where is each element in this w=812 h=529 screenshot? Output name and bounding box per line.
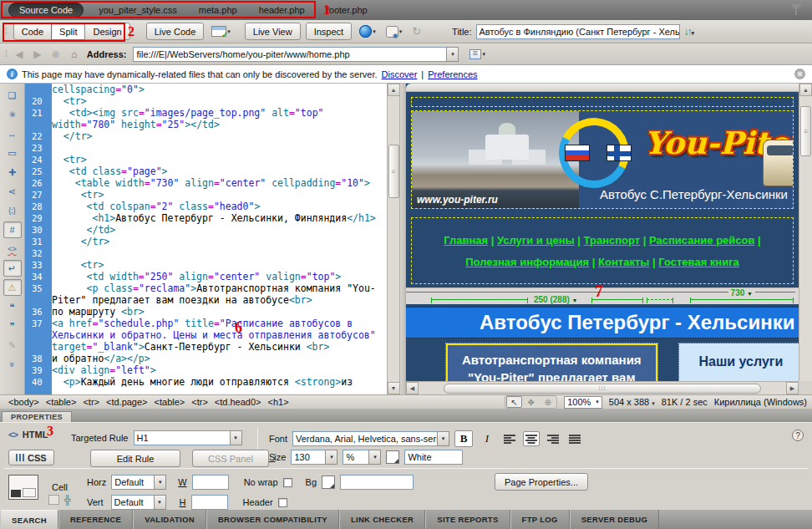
code-line[interactable]: 26 <table width="730" align="center" cel… [25, 177, 387, 189]
code-line[interactable]: 31 </tr> [25, 236, 387, 247]
collapse-toolbar-icon[interactable]: » [4, 355, 21, 374]
related-file-tab[interactable]: footer.php [327, 5, 368, 15]
code-line[interactable]: 21 <td><img src="images/page_top.png" al… [25, 107, 387, 130]
tag-path-item[interactable]: <table> [151, 397, 189, 407]
menu-link[interactable]: Транспорт [584, 234, 641, 247]
header-checkbox[interactable] [278, 498, 287, 507]
address-input[interactable]: file:///E|/WebServers/home/you-piter/www… [133, 47, 446, 62]
design-scroll-thumb[interactable]: ≡ [800, 106, 811, 156]
word-wrap-icon[interactable]: ↵ [3, 260, 22, 277]
code-text[interactable]: и обратно</a></p> [52, 353, 387, 364]
forward-icon[interactable]: ▶ [30, 48, 45, 60]
size-unit-select[interactable]: % [343, 450, 368, 465]
syntax-error-alerts-icon[interactable]: ⚠ [3, 279, 22, 296]
code-design-splitter[interactable] [399, 84, 406, 394]
code-line[interactable]: 27 <tr> [25, 189, 387, 201]
source-code-button[interactable]: Source Code [8, 3, 84, 18]
page-properties-button[interactable]: Page Properties... [495, 473, 588, 491]
menu-link[interactable]: Контакты [598, 256, 649, 268]
open-documents-icon[interactable]: ❏ [3, 87, 22, 104]
results-tab-link-checker[interactable]: LINK CHECKER [339, 510, 425, 529]
scroll-left-icon[interactable]: ◀ [406, 382, 419, 394]
code-text[interactable]: <td class="page"> [52, 165, 387, 177]
code-text[interactable]: <a href="schedule.php" title="Расписание… [52, 318, 387, 353]
align-justify-icon[interactable] [566, 431, 583, 446]
collapse-full-tag-icon[interactable]: ↔ [3, 125, 22, 142]
bg-color-swatch[interactable] [322, 476, 335, 489]
code-line[interactable]: cellspacing="0"> [25, 84, 387, 95]
view-options-icon[interactable]: ▾ [467, 46, 488, 63]
back-icon[interactable]: ◀ [12, 48, 27, 60]
code-line[interactable]: 39<div align="left"> [25, 364, 387, 376]
code-text[interactable]: <td width="250" align="center" valign="t… [52, 271, 387, 282]
code-navigator-icon[interactable]: ✳ [3, 106, 22, 123]
code-line[interactable]: 23 [25, 142, 387, 154]
text-color-swatch[interactable] [386, 450, 399, 464]
code-text[interactable]: </tr> [52, 236, 387, 247]
menu-link[interactable]: Расписание рейсов [649, 234, 754, 247]
code-view[interactable]: cellspacing="0">20 <tr>21 <td><img src="… [25, 84, 399, 394]
table-width-value[interactable]: 730 ▼ [728, 288, 755, 298]
select-tool-icon[interactable]: ↖ [506, 396, 522, 408]
close-info-bar-icon[interactable]: ✕ [794, 69, 805, 79]
text-color-input[interactable]: White [404, 450, 463, 465]
design-canvas[interactable]: You-Piter Автобус С.Петербург-Хельсинки … [406, 84, 799, 381]
results-tab-validation[interactable]: VALIDATION [133, 510, 206, 529]
live-code-button[interactable]: Live Code [146, 23, 205, 40]
services-box[interactable]: Наши услуги [679, 343, 799, 381]
help-icon[interactable]: ? [792, 430, 804, 441]
hand-tool-icon[interactable]: ✥ [523, 396, 539, 408]
font-select[interactable]: Verdana, Arial, Helvetica, sans-serif [292, 431, 437, 446]
code-scroll-thumb[interactable]: ≡ [388, 145, 399, 198]
expand-all-icon[interactable]: ✚ [3, 164, 22, 181]
code-line[interactable]: 40 <p>Каждый день многие люди отправляют… [25, 376, 387, 388]
home-icon[interactable]: ⌂ [67, 48, 82, 60]
code-line[interactable]: 37<a href="schedule.php" title="Расписан… [25, 318, 387, 353]
line-numbers-icon[interactable]: # [3, 221, 22, 238]
address-dropdown-icon[interactable]: ▾ [446, 47, 459, 62]
split-cell-icon[interactable]: ╬ [64, 495, 71, 505]
results-tab-site-reports[interactable]: SITE REPORTS [425, 510, 510, 529]
related-file-tab[interactable]: header.php [259, 5, 305, 15]
reclama-box[interactable]: Автотранспортная компания "You-Piter" пр… [446, 343, 657, 381]
related-file-tab[interactable]: meta.php [199, 5, 237, 15]
code-line[interactable]: 22 </tr> [25, 130, 387, 142]
design-view[interactable]: You-Piter Автобус С.Петербург-Хельсинки … [406, 84, 812, 394]
live-view-button[interactable]: Live View [245, 23, 301, 40]
css-mode-button[interactable]: CSS [8, 450, 54, 465]
code-text[interactable]: <tr> [52, 259, 387, 271]
magnification-select[interactable]: 100%▾ [564, 396, 602, 409]
code-text[interactable]: <td><img src="images/page_top.png" alt="… [52, 107, 387, 130]
code-line[interactable]: 25 <td class="page"> [25, 165, 387, 177]
targeted-rule-select[interactable]: H1 [134, 430, 230, 445]
code-text[interactable]: <td colspan="2" class="head0"> [52, 201, 387, 212]
scroll-right-icon[interactable]: ▶ [786, 382, 799, 394]
scroll-down-icon[interactable]: ▼ [388, 382, 400, 394]
tag-path-item[interactable]: <table> [43, 397, 80, 407]
code-text[interactable]: <p class="reclama">Автотранспортная комп… [52, 282, 387, 306]
select-parent-tag-icon[interactable]: ⋖ [3, 183, 22, 200]
code-text[interactable]: </tr> [52, 130, 387, 142]
code-vertical-scrollbar[interactable]: ▲ ≡ ▼ [387, 84, 399, 394]
scroll-up-icon[interactable]: ▲ [799, 84, 812, 96]
code-text[interactable]: <table width="730" align="center" cellpa… [52, 177, 387, 189]
get-put-files-icon[interactable]: ↓↑▾ [684, 26, 693, 38]
title-input[interactable]: Автобус в Финляндию (Санкт Петербург - Х… [476, 24, 680, 39]
page-heading-h1[interactable]: Автобус Петербург - Хельсинки [406, 308, 799, 338]
menu-link[interactable]: Главная [444, 234, 488, 247]
properties-tab[interactable]: PROPERTIES [2, 411, 72, 422]
tag-path-item[interactable]: <h1> [265, 397, 292, 407]
code-text[interactable]: по маршруту <br> [52, 306, 387, 318]
vert-select[interactable]: Default [111, 495, 154, 510]
height-input[interactable] [191, 495, 228, 510]
align-center-icon[interactable] [523, 431, 540, 446]
design-view-button[interactable]: Design [84, 23, 129, 40]
code-text[interactable]: <div align="left"> [52, 364, 387, 376]
horz-select[interactable]: Default [111, 475, 154, 490]
size-select[interactable]: 130 [291, 450, 325, 465]
related-file-tab[interactable]: you_piter_style.css [99, 5, 177, 15]
scroll-up-icon[interactable]: ▲ [388, 84, 400, 96]
code-line[interactable]: 24 <tr> [25, 154, 387, 165]
code-text[interactable]: </td> [52, 224, 387, 236]
column-width-value[interactable]: 250 (288) ▼ [531, 295, 581, 304]
